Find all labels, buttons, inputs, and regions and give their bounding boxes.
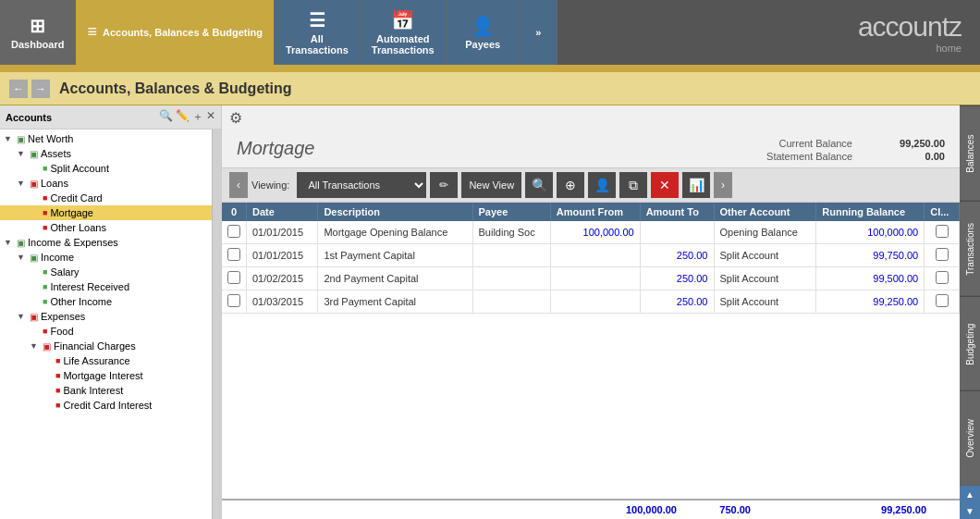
expand-financial-charges[interactable]: ▼	[30, 341, 41, 351]
new-view-button[interactable]: New View	[461, 172, 521, 198]
row-checkbox-0[interactable]	[227, 225, 240, 238]
center-content: ⚙ Mortgage Current Balance 99,250.00 Sta…	[222, 105, 960, 519]
right-tab-overview[interactable]: Overview	[960, 390, 980, 486]
nav-automated-transactions[interactable]: 📅 AutomatedTransactions	[361, 0, 447, 65]
sidebar-item-assets[interactable]: ▼▣Assets	[0, 146, 212, 161]
label-loans: Loans	[41, 178, 68, 189]
forward-button[interactable]: →	[31, 80, 50, 98]
footer-amount-from: 100,000.00	[608, 500, 682, 519]
expand-assets[interactable]: ▼	[17, 149, 28, 158]
sidebar-item-income[interactable]: ▼▣Income	[0, 250, 212, 265]
breadcrumb-arrows: ← →	[9, 80, 50, 98]
table-cell: 1st Payment Capital	[318, 244, 472, 267]
sidebar-item-expenses[interactable]: ▼▣Expenses	[0, 309, 212, 324]
sidebar-item-salary[interactable]: ■Salary	[0, 265, 212, 279]
sidebar-item-other-income[interactable]: ■Other Income	[0, 294, 212, 309]
toolbar-next-button[interactable]: ›	[714, 172, 732, 198]
sidebar-item-split-account[interactable]: ■Split Account	[0, 161, 212, 176]
edit-toolbar-icon[interactable]: ✏	[430, 172, 458, 198]
sidebar-item-net-worth[interactable]: ▼▣Net Worth	[0, 131, 212, 146]
sidebar-item-mortgage-interest[interactable]: ■Mortgage Interest	[0, 368, 212, 383]
toolbar-prev-button[interactable]: ‹	[229, 172, 248, 198]
row-checkbox-1[interactable]	[227, 248, 240, 261]
table-cell	[472, 290, 550, 314]
expand-income[interactable]: ▼	[17, 253, 28, 262]
right-tab-budgeting[interactable]: Budgeting	[960, 296, 980, 391]
nav-more-label: »	[535, 27, 541, 38]
expand-net-worth[interactable]: ▼	[4, 134, 15, 143]
icon-assets: ▣	[30, 149, 38, 159]
settings-icon[interactable]: ⚙	[229, 109, 242, 127]
sidebar-item-financial-charges[interactable]: ▼▣Financial Charges	[0, 339, 212, 353]
add-toolbar-icon[interactable]: ⊕	[557, 172, 584, 198]
expand-expenses[interactable]: ▼	[17, 312, 28, 321]
row-checkbox-2[interactable]	[227, 271, 240, 284]
table-cell	[640, 221, 714, 244]
table-cell: 250.00	[640, 244, 714, 267]
scroll-down-button[interactable]: ▼	[960, 502, 980, 519]
table-cell: Split Account	[714, 290, 816, 314]
icon-other-loans: ■	[43, 223, 47, 232]
footer-amount-to: 750.00	[682, 500, 756, 519]
nav-payees[interactable]: 👤 Payees	[447, 0, 521, 65]
search-toolbar-icon[interactable]: 🔍	[525, 172, 553, 198]
back-button[interactable]: ←	[9, 80, 28, 98]
sidebar-item-mortgage[interactable]: ■Mortgage	[0, 205, 212, 220]
right-tab-balances[interactable]: Balances	[960, 105, 980, 201]
sidebar-item-interest-received[interactable]: ■Interest Received	[0, 279, 212, 294]
delete-toolbar-icon[interactable]: ✕	[651, 172, 679, 198]
label-income-expenses: Income & Expenses	[28, 237, 118, 248]
current-balance-value: 99,250.00	[871, 138, 945, 149]
scroll-up-button[interactable]: ▲	[960, 486, 980, 502]
statement-balance-label: Statement Balance	[766, 151, 852, 162]
icon-salary: ■	[43, 267, 47, 277]
table-cell: 99,750.00	[816, 244, 925, 267]
sidebar-header: Accounts 🔍 ✏️ ＋ ✕	[0, 105, 221, 130]
label-credit-card-interest: Credit Card Interest	[63, 400, 152, 411]
nav-dashboard[interactable]: ⊞ Dashboard	[0, 0, 76, 65]
row-cl-checkbox-2[interactable]	[936, 271, 949, 284]
row-checkbox-3[interactable]	[227, 294, 240, 307]
col-running-balance: Running Balance	[816, 203, 925, 221]
sidebar-item-food[interactable]: ■Food	[0, 324, 212, 339]
sidebar-item-other-loans[interactable]: ■Other Loans	[0, 220, 212, 235]
table-row: 01/01/2015Mortgage Opening BalanceBuildi…	[222, 221, 960, 244]
sidebar-header-icons: 🔍 ✏️ ＋ ✕	[159, 109, 215, 125]
sidebar-item-loans[interactable]: ▼▣Loans	[0, 176, 212, 191]
table-cell	[550, 267, 640, 290]
viewing-select[interactable]: All Transactions	[297, 172, 426, 198]
sidebar-item-income-expenses[interactable]: ▼▣Income & Expenses	[0, 235, 212, 250]
label-mortgage-interest: Mortgage Interest	[63, 370, 142, 381]
sidebar-item-bank-interest[interactable]: ■Bank Interest	[0, 383, 212, 398]
col-amount-to: Amount To	[640, 203, 714, 221]
icon-loans: ▣	[30, 179, 38, 189]
expand-loans[interactable]: ▼	[17, 179, 28, 188]
sidebar-scrollbar[interactable]	[212, 130, 221, 519]
row-cl-checkbox-1[interactable]	[936, 248, 949, 261]
close-icon[interactable]: ✕	[206, 109, 215, 125]
sidebar-item-life-assurance[interactable]: ■Life Assurance	[0, 353, 212, 368]
row-cl-checkbox-3[interactable]	[936, 294, 949, 307]
account-header: Mortgage Current Balance 99,250.00 State…	[222, 130, 960, 167]
col-date: Date	[247, 203, 318, 221]
sidebar-item-credit-card[interactable]: ■Credit Card	[0, 191, 212, 205]
expand-income-expenses[interactable]: ▼	[4, 238, 15, 247]
table-cell: Mortgage Opening Balance	[318, 221, 472, 244]
nav-accounts-balances[interactable]: ≡ Accounts, Balances & Budgeting	[76, 0, 275, 65]
row-cl-checkbox-0[interactable]	[936, 225, 949, 238]
user-toolbar-icon[interactable]: 👤	[588, 172, 616, 198]
label-mortgage: Mortgage	[50, 207, 92, 218]
sidebar-item-credit-card-interest[interactable]: ■Credit Card Interest	[0, 398, 212, 413]
edit-icon[interactable]: ✏️	[176, 109, 190, 125]
sidebar: Accounts 🔍 ✏️ ＋ ✕ ▼▣Net Worth▼▣Assets ■S…	[0, 105, 222, 519]
nav-more[interactable]: »	[521, 0, 557, 65]
search-icon[interactable]: 🔍	[159, 109, 173, 125]
nav-at-label: AllTransactions	[286, 33, 349, 56]
copy-toolbar-icon[interactable]: ⧉	[619, 172, 647, 198]
icon-income-expenses: ▣	[17, 238, 25, 248]
add-icon[interactable]: ＋	[192, 109, 203, 125]
nav-all-transactions[interactable]: ☰ AllTransactions	[275, 0, 361, 65]
right-tab-transactions[interactable]: Transactions	[960, 201, 980, 296]
table-row: 01/03/20153rd Payment Capital250.00Split…	[222, 290, 960, 314]
chart-toolbar-icon[interactable]: 📊	[682, 172, 710, 198]
